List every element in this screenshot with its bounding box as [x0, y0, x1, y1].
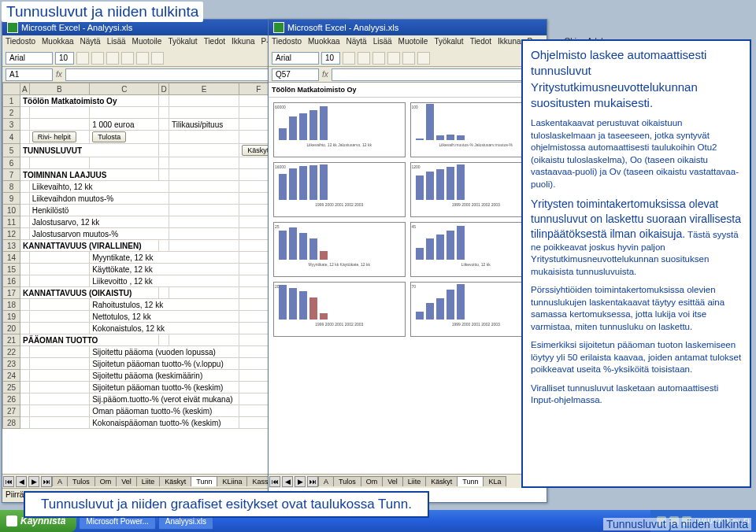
underline-button[interactable]	[106, 52, 119, 65]
sheet-tab-tunn[interactable]: Tunn	[191, 476, 217, 486]
font-select[interactable]: Arial	[272, 52, 319, 65]
menu-työkalut[interactable]: Työkalut	[434, 37, 463, 48]
align-right-button[interactable]	[151, 52, 164, 65]
sheet-tab-a[interactable]: A	[318, 476, 334, 486]
tab-nav-last[interactable]: ⏭	[41, 476, 52, 487]
font-select[interactable]: Arial	[6, 52, 53, 65]
menu-muotoile[interactable]: Muotoile	[398, 37, 428, 48]
sheet-button[interactable]: Tulosta	[92, 131, 126, 142]
underline-button[interactable]	[372, 52, 385, 65]
info-p3: Yritysten toimintakertomuksissa olevat t…	[531, 197, 742, 278]
info-p1: Ohjelmisto laskee automaattisesti tunnus…	[531, 47, 742, 111]
titlebar-right: Microsoft Excel - Analyysi.xls	[269, 20, 547, 35]
subtitle-callout: Tunnusluvut ja niiden graafiset esitykse…	[24, 491, 429, 518]
menu-muotoile[interactable]: Muotoile	[132, 37, 162, 48]
fx-icon[interactable]: fx	[56, 70, 62, 79]
bold-button[interactable]	[343, 52, 355, 65]
footer-tag: Tunnusluvut ja niiden tulkinta	[603, 518, 751, 530]
info-p4: Pörssiyhtiöiden toimintakertomuksissa ol…	[531, 284, 742, 333]
mini-chart: 60000Liikevaihto, 12 kk Jalostusarvo, 12…	[273, 102, 406, 157]
italic-button[interactable]	[358, 52, 370, 65]
menu-tiedot[interactable]: Tiedot	[470, 37, 491, 48]
windows-flag-icon	[6, 515, 17, 526]
sheet-tab-kliina[interactable]: KLiina	[217, 476, 247, 486]
align-left-button[interactable]	[121, 52, 134, 65]
tab-nav-prev[interactable]: ◀	[282, 476, 293, 487]
mini-chart: 160001999 2000 2001 2002 2003	[273, 162, 406, 217]
merge-button[interactable]	[387, 52, 400, 65]
italic-button[interactable]	[91, 52, 104, 65]
menu-muokkaa[interactable]: Muokkaa	[308, 37, 340, 48]
sheet-tab-tulos[interactable]: Tulos	[67, 476, 95, 486]
info-p5: Esimerkiksi sijoitetun pääoman tuoton la…	[531, 339, 742, 376]
sheet-tabs-right[interactable]: ⏮ ◀ ▶ ⏭ ATulosOmVelLiiteKäskytTunnKLa	[269, 474, 547, 488]
sheet-tab-käskyt[interactable]: Käskyt	[425, 476, 458, 486]
sheet-tab-tunn[interactable]: Tunn	[457, 476, 484, 486]
menu-lisää[interactable]: Lisää	[373, 37, 392, 48]
sheet-tab-a[interactable]: A	[52, 476, 68, 486]
tab-nav-next[interactable]: ▶	[28, 476, 39, 487]
sheet-company-header: Töölön Matkatoimisto Oy	[269, 83, 547, 98]
status-draw[interactable]: Piirrä	[6, 490, 24, 499]
tab-nav-last[interactable]: ⏭	[307, 476, 318, 487]
sheet-tab-käskyt[interactable]: Käskyt	[159, 476, 191, 486]
currency-button[interactable]	[402, 52, 415, 65]
menu-tiedot[interactable]: Tiedot	[204, 37, 225, 48]
sheet-tab-tulos[interactable]: Tulos	[333, 476, 361, 486]
menu-ikkuna[interactable]: Ikkuna	[232, 37, 254, 48]
window-title: Microsoft Excel - Analyysi.xls	[21, 23, 132, 32]
sheet-tab-kla[interactable]: KLa	[483, 476, 506, 486]
bold-button[interactable]	[76, 52, 89, 65]
font-size-select[interactable]: 10	[55, 52, 74, 65]
info-panel: Ohjelmisto laskee automaattisesti tunnus…	[521, 39, 751, 488]
tab-nav-next[interactable]: ▶	[295, 476, 306, 487]
align-center-button[interactable]	[136, 52, 149, 65]
menubar-right[interactable]: TiedostoMuokkaaNäytäLisääMuotoileTyökalu…	[269, 35, 547, 50]
tab-nav-first[interactable]: ⏮	[269, 476, 280, 487]
page-title: Tunnusluvut ja niiden tulkinta	[2, 2, 203, 22]
menu-lisää[interactable]: Lisää	[107, 37, 126, 48]
sheet-tab-liite[interactable]: Liite	[402, 476, 427, 486]
excel-icon	[7, 22, 18, 33]
mini-chart: 25Myyntikate, 12 kk Käyttökate, 12 kk	[273, 222, 406, 277]
formula-input[interactable]	[332, 68, 543, 81]
menu-tiedosto[interactable]: Tiedosto	[272, 37, 302, 48]
menu-näytä[interactable]: Näytä	[80, 37, 101, 48]
tab-nav-first[interactable]: ⏮	[3, 476, 14, 487]
formatting-toolbar-right[interactable]: Arial 10	[269, 50, 547, 67]
name-box[interactable]: Q57	[272, 68, 319, 81]
name-box[interactable]: A1	[6, 68, 53, 81]
menu-muokkaa[interactable]: Muokkaa	[42, 37, 74, 48]
sheet-tab-om[interactable]: Om	[361, 476, 384, 486]
menu-näytä[interactable]: Näytä	[346, 37, 367, 48]
excel-window-right: Microsoft Excel - Analyysi.xls TiedostoM…	[268, 19, 547, 503]
info-p2: Laskentakaavat perustuvat oikaistuun tul…	[531, 117, 742, 190]
menu-työkalut[interactable]: Työkalut	[168, 37, 197, 48]
formula-bar-right: Q57 fx	[269, 67, 547, 83]
sheet-tab-om[interactable]: Om	[94, 476, 117, 486]
font-size-select[interactable]: 10	[321, 52, 340, 65]
menu-tiedosto[interactable]: Tiedosto	[6, 37, 35, 48]
info-p6: Viralliset tunnusluvut lasketaan automaa…	[531, 382, 742, 407]
mini-chart: 201999 2000 2001 2002 2003	[273, 282, 406, 337]
fx-icon[interactable]: fx	[322, 70, 328, 79]
sheet-tab-vel[interactable]: Vel	[382, 476, 403, 486]
excel-icon	[273, 22, 284, 33]
percent-button[interactable]	[417, 52, 430, 65]
window-title: Microsoft Excel - Analyysi.xls	[287, 23, 398, 32]
sheet-button[interactable]: Rivi- helpit	[32, 131, 76, 142]
sheet-tab-vel[interactable]: Vel	[116, 476, 137, 486]
sheet-tab-liite[interactable]: Liite	[136, 476, 161, 486]
menu-ikkuna[interactable]: Ikkuna	[498, 37, 521, 48]
tab-nav-prev[interactable]: ◀	[16, 476, 27, 487]
chart-grid: 60000Liikevaihto, 12 kk Jalostusarvo, 12…	[269, 98, 547, 342]
